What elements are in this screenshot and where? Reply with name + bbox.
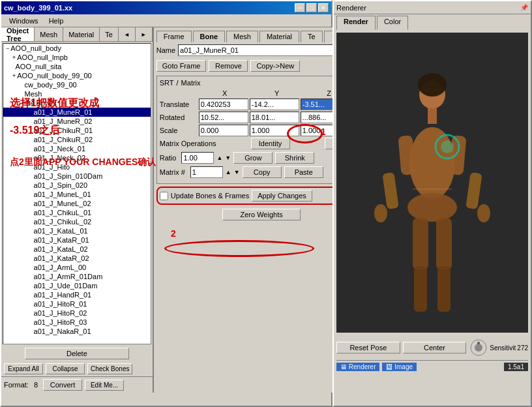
apply-changes-button[interactable]: Apply Changes (252, 190, 312, 202)
tree-aoo-null-sita[interactable]: AOO_null_sita (3, 62, 151, 71)
center-button[interactable]: Center (403, 342, 467, 354)
sensitivity-icon (469, 338, 488, 357)
maximize-button[interactable]: □ (306, 3, 317, 12)
tab-next-left[interactable]: ► (136, 27, 153, 41)
delete-button[interactable]: Delete (25, 348, 129, 359)
paste-button[interactable]: Paste (284, 166, 323, 178)
ratio-spinner-up[interactable]: ▲ (216, 155, 222, 161)
tree-a01-mune-r-01[interactable]: a01_J_MuneR_01 (3, 108, 151, 117)
tab-te-left[interactable]: Te (100, 27, 119, 41)
renderer-pin-icon: 📌 (520, 4, 528, 11)
renderer-panel: Renderer 📌 Render Color (332, 0, 532, 407)
tree-a01-hand-r[interactable]: a01_J_HandR_01 (3, 290, 151, 299)
expand-all-button[interactable]: Expand All (4, 363, 43, 374)
tree-a01-chiku-l-02[interactable]: a01_J_ChikuL_02 (3, 217, 151, 226)
expand-icon (31, 310, 33, 316)
tree-a01-mune-l-01[interactable]: a01_J_MuneL_01 (3, 190, 151, 199)
tree-a01-hito-r-01[interactable]: a01_J_HitoR_01 (3, 299, 151, 309)
tab-mesh-right[interactable]: Mesh (226, 31, 258, 42)
copy-new-button[interactable]: Copy->New (250, 60, 300, 72)
matrix-num-down[interactable]: ▼ (234, 169, 240, 175)
logo-badge: 1.5a1 (504, 363, 528, 371)
tab-frame[interactable]: Frame (156, 31, 192, 42)
tree-a01-ude[interactable]: a01_J_Ude_01Dam (3, 281, 151, 290)
renderer-footer-label: 🖥 (340, 363, 349, 370)
expand-icon (31, 237, 33, 243)
ratio-input[interactable] (181, 152, 214, 164)
copy-button[interactable]: Copy (243, 166, 282, 178)
tree-a01-kata-r-01[interactable]: a01_J_KataR_01 (3, 235, 151, 245)
expand-icon (31, 164, 33, 170)
menu-windows[interactable]: Windows (4, 16, 44, 26)
tree-cw-body[interactable]: cw_body_99_00 (3, 80, 151, 89)
tree-a01-chiku-l-01[interactable]: a01_J_ChikuL_01 (3, 208, 151, 217)
tab-material-left[interactable]: Material (63, 27, 100, 41)
expand-icon (22, 82, 23, 88)
sensitivity-group: Sensitivit 272 (469, 338, 528, 357)
minimize-button[interactable]: − (295, 3, 305, 12)
tab-material-right[interactable]: Material (259, 31, 299, 42)
tree-a01-arm-l[interactable]: a01_J_ArmL_00 (3, 263, 151, 272)
menu-help[interactable]: Help (44, 16, 69, 26)
window-title: cw_body_399_01.xx (4, 4, 72, 12)
grow-button[interactable]: Grow (233, 152, 273, 164)
goto-frame-button[interactable]: Goto Frame (156, 60, 207, 72)
renderer-footer-icon[interactable]: 🖥 Renderer (336, 363, 379, 371)
tab-bone[interactable]: Bone (193, 31, 226, 42)
tree-a01-hito-r-02[interactable]: a01_J_HitoR_02 (3, 309, 151, 318)
tree-a01-chiku-r-01[interactable]: a01_J_ChikuR_01 (3, 126, 151, 135)
identity-button[interactable]: Identity (251, 138, 290, 149)
edit-mesh-button[interactable]: Edit Me... (85, 380, 124, 391)
expand-icon (31, 255, 33, 262)
ratio-spinner-down[interactable]: ▼ (225, 155, 231, 161)
tab-te-right[interactable]: Te (301, 31, 323, 42)
tree-mesh[interactable]: Mesh (3, 89, 151, 98)
tree-a01-hito-r-03[interactable]: a01_J_HitoR_03 (3, 318, 151, 327)
expand-icon (31, 228, 33, 234)
tree-container[interactable]: −AOO_null_body +AOO_null_lmpb AOO_null_s… (3, 43, 151, 344)
matrix-divider: / (177, 79, 179, 87)
translate-x-input[interactable] (199, 98, 248, 110)
scale-x-input[interactable] (199, 125, 248, 136)
tree-a01-spin-020[interactable]: a01_J_Spin_020 (3, 181, 151, 190)
renderer-tab-render[interactable]: Render (336, 16, 376, 30)
tree-a01-arm-r-dam[interactable]: a01_J_ArmR_01Dam (3, 272, 151, 281)
check-bones-button[interactable]: Check Bones (87, 363, 132, 374)
tree-a01-hito[interactable]: a01_J_Hito (3, 162, 151, 172)
image-footer-icon[interactable]: 🖼 Image (382, 363, 417, 371)
tree-aoo-null-lmpb[interactable]: +AOO_null_lmpb (3, 53, 151, 62)
renderer-tab-color[interactable]: Color (377, 16, 408, 30)
remove-button[interactable]: Remove (209, 60, 248, 72)
shrink-button[interactable]: Shrink (275, 152, 314, 164)
tree-a01-kata-l-02[interactable]: a01_J_KataL_02 (3, 245, 151, 254)
tree-a01-neck-01[interactable]: a01_J_Neck_01 (3, 144, 151, 153)
tree-aoo-null-body[interactable]: −AOO_null_body (3, 44, 151, 53)
tree-aoo-null-body-99[interactable]: +AOO_null_body_99_00 (3, 71, 151, 80)
reset-pose-button[interactable]: Reset Pose (336, 342, 400, 354)
expand-icon (31, 145, 33, 152)
left-tab-bar: Object Tree Mesh Material Te ◄ ► (1, 27, 153, 42)
tree-a01-chiku-r-02[interactable]: a01_J_ChikuR_02 (3, 135, 151, 144)
rotated-y-input[interactable] (250, 112, 299, 123)
matrix-num-up[interactable]: ▲ (226, 169, 231, 175)
tree-a01-mune-l-02[interactable]: a01_J_MuneL_02 (3, 199, 151, 208)
tab-mesh-left[interactable]: Mesh (35, 27, 63, 41)
rotated-x-input[interactable] (199, 112, 248, 123)
update-checkbox[interactable] (160, 192, 168, 200)
tree-a01-kata-l-01[interactable]: a01_J_KataL_01 (3, 226, 151, 235)
zero-weights-button[interactable]: Zero Weights (222, 209, 301, 220)
tab-object-tree[interactable]: Object Tree (1, 27, 35, 41)
tree-a01-mune-r-02[interactable]: a01_J_MuneR_02 (3, 117, 151, 126)
tree-a01-neck-02[interactable]: a01_J_Neck_02 (3, 153, 151, 162)
tree-a01-spin-010[interactable]: a01_J_Spin_010Dam (3, 172, 151, 181)
matrix-num-input[interactable] (190, 166, 223, 178)
close-button[interactable]: × (318, 3, 329, 12)
tree-a01-naka-r[interactable]: a01_J_NakaR_01 (3, 327, 151, 336)
tree-a01-kata-r-02[interactable]: a01_J_KataR_02 (3, 254, 151, 263)
translate-y-input[interactable] (250, 98, 299, 110)
tab-prev-left[interactable]: ◄ (119, 27, 136, 41)
tree-64-bones[interactable]: −64 Bones (3, 98, 151, 108)
collapse-button[interactable]: Collapse (46, 363, 85, 374)
scale-y-input[interactable] (250, 125, 299, 136)
convert-button[interactable]: Convert (43, 379, 82, 391)
